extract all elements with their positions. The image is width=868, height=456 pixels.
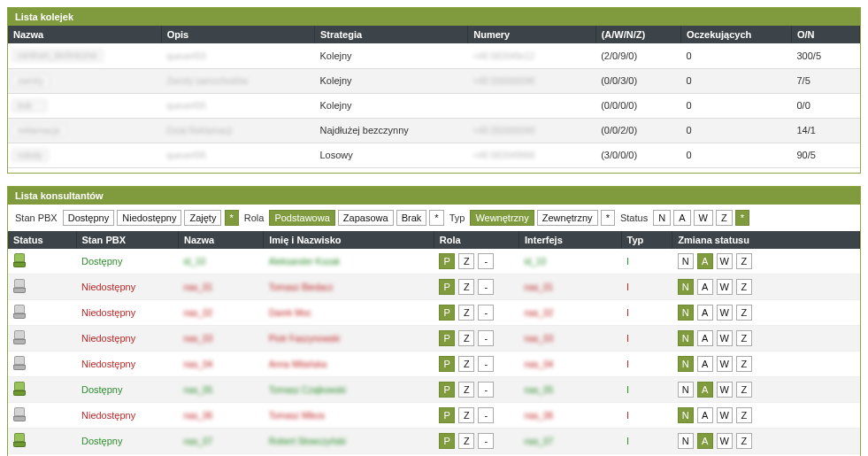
filter-rola-btn-brak[interactable]: Brak (396, 210, 427, 226)
filter-status-btn-a[interactable]: A (673, 210, 690, 226)
status-actions: N A W Z (678, 382, 855, 398)
filter-rola-btn-zapasowa[interactable]: Zapasowa (338, 210, 394, 226)
filter-status-btn-z[interactable]: Z (716, 210, 733, 226)
role-btn-z[interactable]: Z (458, 356, 474, 372)
consultant-id[interactable]: nas_04 (184, 359, 213, 369)
role-btn--[interactable]: - (478, 407, 494, 423)
consultant-name[interactable]: Darek Moc (269, 308, 311, 318)
role-btn--[interactable]: - (478, 279, 494, 295)
status-btn-a[interactable]: A (697, 253, 713, 269)
role-btn--[interactable]: - (478, 305, 494, 321)
filter-rola-btn-podstawowa[interactable]: Podstawowa (269, 210, 334, 226)
status-btn-n[interactable]: N (678, 407, 694, 423)
filter-typ-btn-zewnętrzny[interactable]: Zewnętrzny (537, 210, 598, 226)
filter-rola-btn-*[interactable]: * (429, 210, 443, 226)
consultant-name[interactable]: Tomasz Biedacz (269, 282, 334, 292)
consultant-name[interactable]: Anna Milańska (269, 359, 327, 369)
status-btn-n[interactable]: N (678, 382, 694, 398)
queue-name[interactable]: zwroty (12, 74, 50, 88)
role-btn-p[interactable]: P (439, 407, 455, 423)
filter-stanpbx-btn-dostępny[interactable]: Dostępny (63, 210, 114, 226)
status-btn-z[interactable]: Z (736, 305, 752, 321)
role-btn-p[interactable]: P (439, 279, 455, 295)
status-btn-w[interactable]: W (717, 279, 733, 295)
status-btn-a[interactable]: A (697, 330, 713, 346)
role-btn-z[interactable]: Z (458, 279, 474, 295)
filter-status-btn-w[interactable]: W (694, 210, 713, 226)
status-btn-z[interactable]: Z (736, 407, 752, 423)
filter-status-btn-n[interactable]: N (653, 210, 671, 226)
consultant-name[interactable]: Tomasz Mikos (269, 411, 325, 421)
consultant-name[interactable]: Robert Słowczyński (269, 437, 346, 446)
filter-typ-btn-*[interactable]: * (601, 210, 615, 226)
role-btn--[interactable]: - (478, 253, 494, 269)
consultant-id[interactable]: id_10 (184, 257, 205, 267)
consultant-id[interactable]: nas_02 (184, 308, 213, 318)
role-btn-p[interactable]: P (439, 382, 455, 398)
status-btn-w[interactable]: W (717, 382, 733, 398)
queue-waiting: 0 (680, 143, 791, 167)
presence-icon (12, 355, 27, 371)
queue-numbers: +48 050000080 (473, 126, 535, 135)
consultant-name[interactable]: Piotr Faszynowski (269, 334, 341, 344)
role-btn--[interactable]: - (478, 382, 494, 398)
consultant-id[interactable]: nas_06 (184, 411, 213, 421)
role-btn-z[interactable]: Z (458, 305, 474, 321)
queue-name[interactable]: bok (12, 99, 47, 112)
queue-name[interactable]: centrum_techniczne (12, 49, 104, 62)
consultant-id[interactable]: nas_07 (184, 437, 213, 446)
role-btn--[interactable]: - (478, 433, 494, 449)
role-btn-z[interactable]: Z (458, 382, 474, 398)
role-btn--[interactable]: - (478, 356, 494, 372)
status-btn-z[interactable]: Z (736, 356, 752, 372)
status-btn-n[interactable]: N (678, 305, 694, 321)
consultant-name[interactable]: Aleksander Kozak (269, 257, 341, 267)
queue-name[interactable]: reklamacje (12, 124, 66, 137)
role-btn-z[interactable]: Z (458, 330, 474, 346)
role-btn-z[interactable]: Z (458, 407, 474, 423)
role-btn-p[interactable]: P (439, 433, 455, 449)
filter-stanpbx-btn-*[interactable]: * (225, 210, 239, 226)
role-btn-p[interactable]: P (439, 253, 455, 269)
status-btn-z[interactable]: Z (736, 382, 752, 398)
status-btn-z[interactable]: Z (736, 279, 752, 295)
filter-status-btn-*[interactable]: * (735, 210, 749, 226)
role-btn-p[interactable]: P (439, 305, 455, 321)
status-btn-w[interactable]: W (717, 330, 733, 346)
consultant-id[interactable]: nas_03 (184, 334, 213, 344)
status-btn-a[interactable]: A (697, 407, 713, 423)
status-btn-w[interactable]: W (717, 433, 733, 449)
status-btn-n[interactable]: N (678, 253, 694, 269)
status-btn-n[interactable]: N (678, 433, 694, 449)
status-btn-n[interactable]: N (678, 330, 694, 346)
status-btn-a[interactable]: A (697, 279, 713, 295)
role-btn-z[interactable]: Z (458, 253, 474, 269)
queue-name[interactable]: roboty (12, 149, 49, 162)
status-btn-a[interactable]: A (697, 382, 713, 398)
consultant-name[interactable]: Tomasz Czajkowski (269, 385, 346, 395)
role-btn-z[interactable]: Z (458, 433, 474, 449)
status-btn-a[interactable]: A (697, 356, 713, 372)
status-btn-z[interactable]: Z (736, 330, 752, 346)
status-btn-z[interactable]: Z (736, 253, 752, 269)
interface: nas_06 (525, 411, 554, 421)
role-btn-p[interactable]: P (439, 330, 455, 346)
consultant-id[interactable]: nas_01 (184, 282, 213, 292)
consultant-row: Niedostępnynas_02Darek MocP Z -nas_02IN … (8, 299, 860, 325)
filter-typ-btn-wewnętrzny[interactable]: Wewnętrzny (470, 210, 534, 226)
stan-pbx: Niedostępny (76, 351, 179, 376)
status-btn-w[interactable]: W (717, 407, 733, 423)
filter-stanpbx-btn-niedostępny[interactable]: Niedostępny (117, 210, 181, 226)
filter-stanpbx-btn-zajęty[interactable]: Zajęty (184, 210, 221, 226)
status-btn-n[interactable]: N (678, 356, 694, 372)
status-btn-n[interactable]: N (678, 279, 694, 295)
consultant-id[interactable]: nas_05 (184, 385, 213, 395)
status-btn-w[interactable]: W (717, 253, 733, 269)
status-btn-a[interactable]: A (697, 433, 713, 449)
status-btn-w[interactable]: W (717, 356, 733, 372)
status-btn-a[interactable]: A (697, 305, 713, 321)
role-btn--[interactable]: - (478, 330, 494, 346)
role-btn-p[interactable]: P (439, 356, 455, 372)
status-btn-w[interactable]: W (717, 305, 733, 321)
status-btn-z[interactable]: Z (736, 433, 752, 449)
